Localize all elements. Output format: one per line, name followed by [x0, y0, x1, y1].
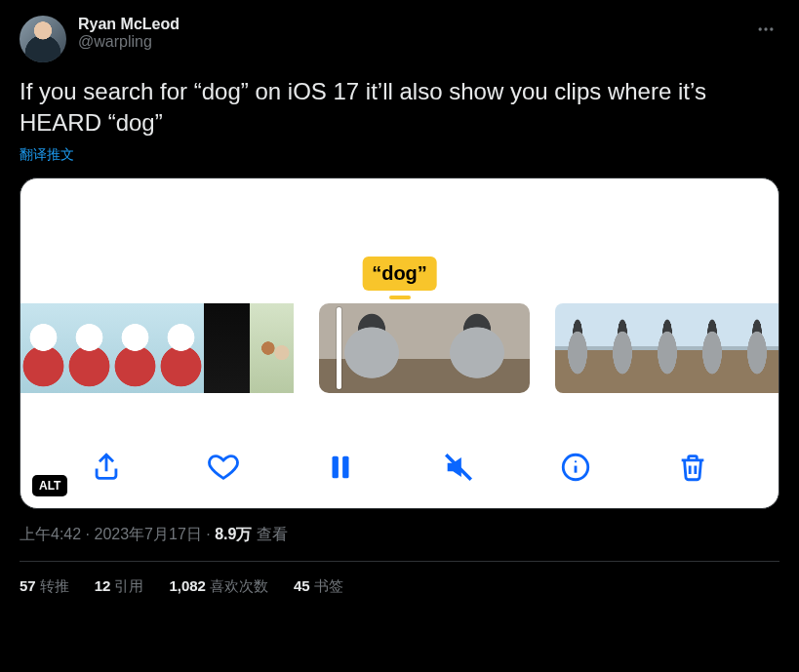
media-whitespace — [20, 178, 779, 257]
frame-thumbnail — [735, 303, 779, 393]
video-scrubber[interactable] — [20, 303, 779, 393]
views-count: 8.9万 — [215, 526, 252, 542]
tweet-text: If you search for “dog” on iOS 17 it’ll … — [20, 76, 779, 139]
alt-badge[interactable]: ALT — [32, 475, 67, 496]
svg-rect-4 — [343, 455, 349, 478]
frame-thumbnail — [20, 303, 66, 393]
retweets-stat[interactable]: 57转推 — [20, 577, 69, 596]
clip-group-2-active — [319, 303, 530, 393]
search-term-badge: “dog” — [362, 257, 437, 291]
frame-thumbnail — [424, 303, 530, 393]
frame-thumbnail — [645, 303, 690, 393]
info-icon — [559, 451, 592, 484]
svg-point-2 — [770, 27, 773, 30]
frame-thumbnail — [250, 303, 294, 393]
delete-button[interactable] — [673, 448, 712, 487]
avatar[interactable] — [20, 16, 66, 62]
frame-thumbnail — [690, 303, 735, 393]
share-button[interactable] — [87, 448, 126, 487]
frame-thumbnail — [66, 303, 112, 393]
clip-group-1 — [20, 303, 294, 393]
frame-thumbnail — [158, 303, 204, 393]
info-button[interactable] — [556, 448, 595, 487]
frame-thumbnail — [555, 303, 600, 393]
tweet-meta: 上午4:422023年7月17日8.9万 查看 — [20, 525, 779, 545]
playhead-marker — [389, 296, 411, 299]
tweet-time[interactable]: 上午4:42 — [20, 526, 81, 542]
trash-icon — [676, 451, 709, 484]
views-label: 查看 — [257, 526, 288, 542]
share-icon — [90, 451, 123, 484]
tweet-header: Ryan McLeod @warpling — [20, 16, 779, 62]
bookmarks-stat[interactable]: 45书签 — [294, 577, 343, 596]
author-handle[interactable]: @warpling — [78, 33, 740, 51]
likes-stat[interactable]: 1,082喜欢次数 — [169, 577, 268, 596]
clip-group-3 — [555, 303, 779, 393]
author-name[interactable]: Ryan McLeod — [78, 16, 740, 33]
like-button[interactable] — [204, 448, 243, 487]
frame-thumbnail — [600, 303, 645, 393]
quotes-stat[interactable]: 12引用 — [95, 577, 144, 596]
svg-rect-3 — [333, 455, 339, 478]
pause-button[interactable] — [321, 448, 360, 487]
frame-thumbnail — [112, 303, 158, 393]
tweet-date[interactable]: 2023年7月17日 — [94, 526, 201, 542]
more-options-button[interactable] — [752, 16, 779, 47]
media-toolbar — [20, 448, 779, 487]
frame-thumbnail — [204, 303, 250, 393]
svg-point-8 — [575, 460, 577, 462]
frame-thumbnail — [319, 303, 424, 393]
speaker-muted-icon — [442, 451, 475, 484]
pause-icon — [324, 451, 357, 484]
mute-button[interactable] — [439, 448, 478, 487]
media-card[interactable]: “dog” — [20, 178, 779, 509]
tweet-stats: 57转推 12引用 1,082喜欢次数 45书签 — [20, 562, 779, 596]
tweet-container: Ryan McLeod @warpling If you search for … — [0, 0, 799, 608]
author-block: Ryan McLeod @warpling — [78, 16, 740, 51]
svg-point-0 — [759, 27, 762, 30]
translate-link[interactable]: 翻译推文 — [20, 146, 74, 164]
heart-icon — [207, 451, 240, 484]
svg-point-1 — [764, 27, 767, 30]
